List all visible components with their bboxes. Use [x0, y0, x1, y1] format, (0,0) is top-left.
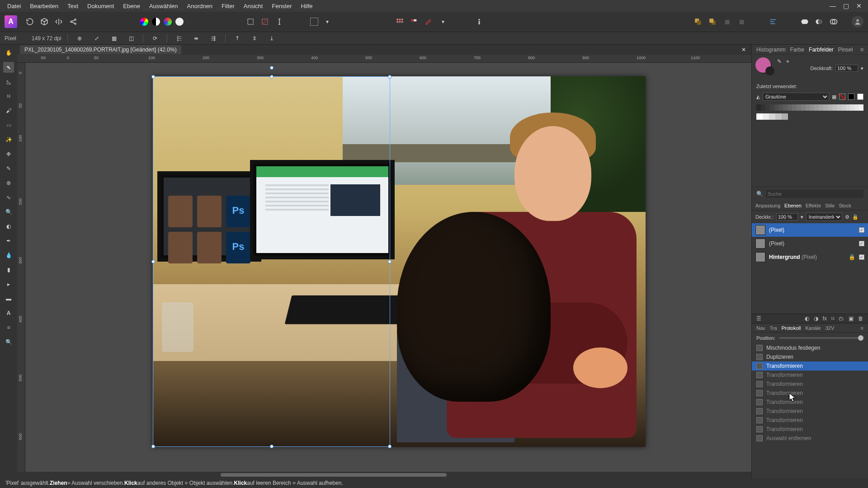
- gray-ramp[interactable]: [756, 104, 863, 111]
- mirror-icon[interactable]: [53, 16, 64, 27]
- heal-tool-icon[interactable]: ❉: [3, 149, 14, 160]
- pen-tool-icon[interactable]: ✒: [3, 235, 14, 246]
- menu-item[interactable]: Fenster: [267, 1, 296, 11]
- play-tool-icon[interactable]: ▸: [3, 279, 14, 290]
- horizontal-scrollbar[interactable]: [17, 472, 751, 478]
- marquee-icon[interactable]: [245, 16, 256, 27]
- cube-icon[interactable]: [39, 16, 50, 27]
- canvas[interactable]: 050100200300400500600: [17, 63, 751, 472]
- brush-tool-icon[interactable]: 🖌: [3, 105, 14, 116]
- marquee-off-icon[interactable]: [259, 16, 270, 27]
- menu-item[interactable]: Anordnen: [183, 1, 217, 11]
- refresh-icon[interactable]: [24, 16, 35, 27]
- boolean-subtract-icon[interactable]: [814, 16, 825, 27]
- search-input[interactable]: [766, 190, 863, 198]
- smudge-tool-icon[interactable]: ∿: [3, 192, 14, 203]
- node-tool-icon[interactable]: ◺: [3, 76, 14, 87]
- grid-icon[interactable]: [394, 16, 405, 27]
- menu-item[interactable]: Datei: [3, 1, 25, 11]
- layer-opacity-input[interactable]: [776, 213, 798, 221]
- panel-menu-icon[interactable]: ≡: [860, 47, 863, 53]
- menu-item[interactable]: Hilfe: [297, 1, 317, 11]
- menu-item[interactable]: Bearbeiten: [25, 1, 63, 11]
- menu-item[interactable]: Text: [63, 1, 83, 11]
- layer-row[interactable]: Hintergrund (Pixel)🔒✓: [752, 250, 868, 264]
- flag-icon[interactable]: [409, 16, 420, 27]
- clone-tool-icon[interactable]: ⊛: [3, 178, 14, 188]
- maximize-icon[interactable]: ▢: [843, 2, 849, 9]
- history-row[interactable]: Transformieren: [752, 361, 868, 371]
- square-mode-icon[interactable]: [310, 18, 318, 26]
- align-middle-icon[interactable]: ⇕: [249, 33, 260, 44]
- add-layer-icon[interactable]: ▣: [849, 315, 854, 322]
- gradient-tool-icon[interactable]: ◐: [3, 221, 14, 232]
- user-avatar-icon[interactable]: [852, 16, 863, 28]
- align-center-icon[interactable]: ⇼: [191, 33, 202, 44]
- expand-icon[interactable]: ⤢: [91, 33, 102, 44]
- text-cursor-icon[interactable]: [274, 16, 285, 27]
- mask-icon[interactable]: ◐: [805, 315, 809, 322]
- crop-tool-icon[interactable]: ⌑: [3, 91, 14, 102]
- panel-tab[interactable]: Histogramm: [756, 47, 786, 53]
- lock-icon[interactable]: 🔒: [849, 254, 855, 260]
- chevron-down-icon[interactable]: ▾: [438, 16, 448, 27]
- gray-blocks[interactable]: [756, 113, 863, 120]
- panel-tab[interactable]: 32V: [826, 325, 835, 331]
- shape-tool-icon[interactable]: ▮: [3, 264, 14, 275]
- grid-small-icon[interactable]: ▦: [108, 33, 119, 44]
- swatch-black-icon[interactable]: [848, 94, 854, 100]
- move-tool-icon[interactable]: ⬉: [3, 62, 14, 73]
- boolean-intersect-icon[interactable]: [828, 16, 839, 27]
- menu-item[interactable]: Filter: [217, 1, 239, 11]
- plain-circle-icon[interactable]: [175, 18, 184, 26]
- layer-row[interactable]: (Pixel)✓: [752, 223, 868, 237]
- menu-item[interactable]: Dokument: [83, 1, 118, 11]
- chevron-down-icon[interactable]: ▾: [861, 66, 863, 71]
- panel-menu-icon[interactable]: ≡: [861, 325, 863, 331]
- panel-tab[interactable]: Effekte: [806, 203, 821, 208]
- history-row[interactable]: Mischmodus festlegen: [752, 343, 868, 352]
- history-slider[interactable]: [779, 337, 863, 339]
- panel-tab[interactable]: Protokoll: [782, 325, 801, 331]
- folder-icon[interactable]: 🗀: [839, 315, 844, 322]
- chevron-down-icon[interactable]: ▾: [801, 214, 803, 220]
- hand-tool-icon[interactable]: ✋: [3, 47, 14, 58]
- wand-tool-icon[interactable]: ✨: [3, 134, 14, 145]
- visibility-checkbox[interactable]: ✓: [859, 254, 864, 260]
- panel-tab[interactable]: Anpassung: [755, 203, 780, 208]
- info-icon[interactable]: [474, 16, 485, 27]
- panel-tab[interactable]: Nav: [756, 325, 765, 331]
- align-left-icon[interactable]: ⬱: [174, 33, 184, 44]
- fx-icon[interactable]: fx: [823, 315, 827, 322]
- text-tool-icon[interactable]: A: [3, 308, 14, 319]
- history-row[interactable]: Transformieren: [752, 380, 868, 389]
- panel-tab[interactable]: Stile: [825, 203, 835, 208]
- layers-view-icon[interactable]: ☰: [756, 315, 761, 322]
- align-icon[interactable]: [768, 16, 778, 27]
- panel-tab[interactable]: Tra: [770, 325, 777, 331]
- blend-mode-select[interactable]: Ineinanderkc: [806, 213, 842, 221]
- history-row[interactable]: Auswahl entfernen: [752, 434, 868, 443]
- history-row[interactable]: Transformieren: [752, 407, 868, 416]
- tab-close-icon[interactable]: ✕: [741, 47, 749, 53]
- panel-tab[interactable]: Pinsel: [838, 47, 853, 53]
- background-color-swatch[interactable]: [765, 66, 774, 75]
- panel-tab[interactable]: Ebenen: [784, 203, 802, 208]
- menu-item[interactable]: Ebene: [118, 1, 145, 11]
- rotate-icon[interactable]: ⟳: [150, 33, 160, 44]
- align-top-icon[interactable]: ⤒: [232, 33, 243, 44]
- swatch-grid-icon[interactable]: ▦: [832, 94, 836, 100]
- pen-icon[interactable]: [423, 16, 434, 27]
- visibility-checkbox[interactable]: ✓: [859, 241, 864, 246]
- visibility-checkbox[interactable]: ✓: [859, 227, 864, 233]
- arrange-back-icon[interactable]: [693, 16, 703, 27]
- drop-tool-icon[interactable]: 💧: [3, 250, 14, 261]
- align-bottom-icon[interactable]: ⤓: [266, 33, 277, 44]
- mesh-tool-icon[interactable]: ⌗: [3, 322, 14, 333]
- history-row[interactable]: Transformieren: [752, 398, 868, 407]
- color-wheel-icon[interactable]: [140, 18, 148, 26]
- panel-tab[interactable]: Kanäle: [805, 325, 821, 331]
- pencil-tool-icon[interactable]: ✎: [3, 163, 14, 174]
- minimize-icon[interactable]: —: [830, 2, 836, 9]
- history-row[interactable]: Transformieren: [752, 425, 868, 434]
